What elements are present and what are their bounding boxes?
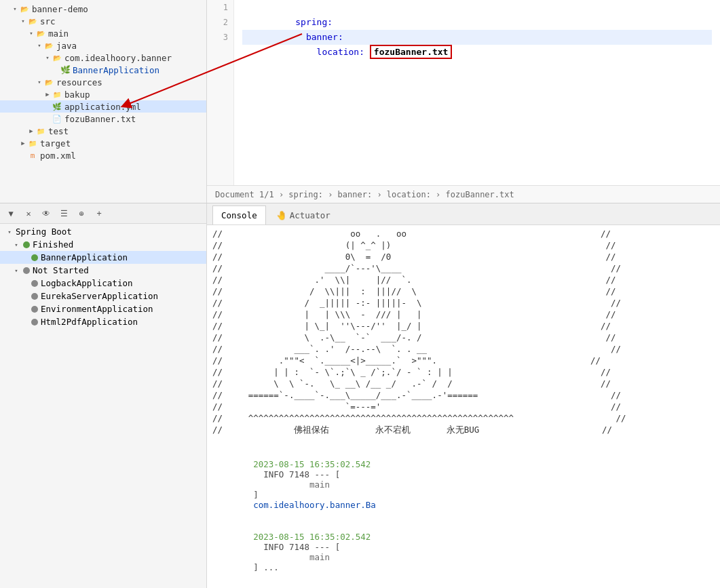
tree-item-banner-demo[interactable]: ▾ 📂 banner-demo bbox=[0, 3, 206, 15]
log-thread: main bbox=[253, 479, 330, 490]
run-item-label: Spring Boot bbox=[16, 227, 72, 237]
toolbar-btn-close[interactable]: ✕ bbox=[22, 207, 35, 220]
tree-item-java[interactable]: ▾ 📂 java bbox=[0, 39, 206, 52]
run-item-finished-group[interactable]: ▾ Finished bbox=[0, 238, 206, 251]
toolbar-btn-collapse[interactable]: ▼ bbox=[4, 207, 18, 220]
console-line: // 佛祖保佑 永不宕机 永无BUG // bbox=[207, 424, 720, 437]
console-line: // / \\||| : |||// \ // bbox=[207, 286, 720, 297]
tree-item-target[interactable]: ▶ 📁 target bbox=[0, 137, 206, 149]
tab-console[interactable]: Console bbox=[212, 205, 266, 224]
tree-item-bakup[interactable]: ▶ 📁 bakup bbox=[0, 88, 206, 100]
chevron-icon: ▶ bbox=[19, 139, 27, 147]
chevron-icon bbox=[19, 151, 27, 159]
tab-console-label: Console bbox=[221, 210, 257, 220]
run-item-not-started-group[interactable]: ▾ Not Started bbox=[0, 264, 206, 277]
run-item-banner-application[interactable]: BannerApplication bbox=[0, 251, 206, 264]
tree-label: pom.xml bbox=[40, 151, 76, 161]
folder-icon: 📂 bbox=[52, 52, 62, 63]
code-line-1: spring: bbox=[242, 0, 712, 15]
log-class: com.idealhoory.banner.Ba bbox=[253, 500, 376, 510]
code-area[interactable]: spring: banner: location: fozuBanner.txt bbox=[234, 0, 720, 185]
tree-item-fozu-banner-txt[interactable]: 📄 fozuBanner.txt bbox=[0, 113, 206, 125]
console-output[interactable]: // oo . oo // // (| ^_^ |) // // 0\ bbox=[207, 225, 720, 588]
log-level: INFO 7148 --- [ bbox=[253, 469, 340, 479]
folder-icon: 📂 bbox=[43, 40, 54, 51]
breadcrumb-text: Document 1/1 › spring: › banner: › locat… bbox=[215, 190, 514, 199]
status-dot-gray bbox=[31, 306, 38, 313]
tree-item-test[interactable]: ▶ 📁 test bbox=[0, 125, 206, 137]
tab-actuator[interactable]: 🤚 Actuator bbox=[267, 205, 339, 224]
status-dot-gray bbox=[31, 280, 38, 287]
run-item-environment[interactable]: EnvironmentApplication bbox=[0, 302, 206, 315]
folder-icon: 📂 bbox=[27, 16, 38, 26]
tree-label: java bbox=[56, 41, 77, 51]
tree-item-com-package[interactable]: ▾ 📂 com.idealhoory.banner bbox=[0, 52, 206, 64]
tree-label: BannerApplication bbox=[73, 65, 159, 75]
run-panel: ▼ ✕ 👁 ☰ ⊕ + ▾ Spring Boot ▾ Finished bbox=[0, 203, 207, 588]
run-item-label: BannerApplication bbox=[41, 252, 128, 262]
xml-icon: m bbox=[27, 150, 38, 161]
run-tree: ▾ Spring Boot ▾ Finished BannerApplicati… bbox=[0, 224, 206, 588]
chevron-icon: ▶ bbox=[27, 127, 35, 135]
chevron-icon: ▶ bbox=[43, 90, 52, 98]
toolbar-btn-view[interactable]: 👁 bbox=[39, 207, 53, 220]
console-line: // `=---=' // bbox=[207, 401, 720, 412]
java-icon: 🌿 bbox=[60, 64, 71, 75]
toolbar-btn-filter[interactable]: ☰ bbox=[57, 207, 71, 220]
editor-area: ▾ 📂 banner-demo ▾ 📂 src ▾ 📂 main ▾ 📂 jav… bbox=[0, 0, 720, 203]
console-line: // ___`. .' /--.--\ `. . __ // bbox=[207, 343, 720, 355]
toolbar-btn-add2[interactable]: + bbox=[92, 207, 106, 220]
status-dot-green bbox=[31, 254, 38, 261]
status-dot-green bbox=[23, 241, 30, 248]
console-line: // ."""< `._____<|>_____.` >""". // bbox=[207, 355, 720, 366]
run-item-eureka[interactable]: EurekaServerApplication bbox=[0, 290, 206, 302]
run-item-spring-boot[interactable]: ▾ Spring Boot bbox=[0, 225, 206, 238]
folder-icon: 📁 bbox=[35, 125, 46, 136]
folder-icon: 📂 bbox=[35, 28, 46, 39]
tree-label: src bbox=[40, 16, 56, 26]
breadcrumb-bar: Document 1/1 › spring: › banner: › locat… bbox=[207, 185, 720, 203]
console-line: // | \_| ''\---/'' |_/ | // bbox=[207, 320, 720, 332]
run-item-label: Not Started bbox=[33, 265, 89, 275]
tree-item-pom-xml[interactable]: m pom.xml bbox=[0, 149, 206, 161]
run-item-html2pdf[interactable]: Html2PdfApplication bbox=[0, 315, 206, 328]
status-dot-gray bbox=[31, 293, 38, 300]
console-line: // ^^^^^^^^^^^^^^^^^^^^^^^^^^^^^^^^^^^^^… bbox=[207, 412, 720, 424]
run-item-logback[interactable]: LogbackApplication bbox=[0, 277, 206, 290]
console-line-log1: 2023-08-15 16:35:02.542 INFO 7148 --- [ … bbox=[207, 448, 720, 521]
tree-item-resources[interactable]: ▾ 📂 resources bbox=[0, 76, 206, 88]
tree-item-src[interactable]: ▾ 📂 src bbox=[0, 15, 206, 27]
tree-label: banner-demo bbox=[32, 4, 88, 14]
chevron-icon: ▾ bbox=[5, 228, 14, 236]
chevron-icon bbox=[43, 115, 52, 123]
status-dot-gray bbox=[31, 319, 38, 326]
console-area: Console 🤚 Actuator // oo . oo // // (| ^… bbox=[207, 203, 720, 588]
yaml-key-banner: banner: bbox=[295, 32, 343, 42]
tree-item-banner-application[interactable]: 🌿 BannerApplication bbox=[0, 64, 206, 76]
actuator-icon: 🤚 bbox=[276, 210, 287, 220]
run-item-label: Finished bbox=[33, 239, 73, 250]
chevron-icon: ▾ bbox=[27, 29, 35, 37]
chevron-icon: ▾ bbox=[35, 41, 43, 50]
folder-icon: 📂 bbox=[43, 77, 54, 87]
tree-item-main[interactable]: ▾ 📂 main bbox=[0, 27, 206, 39]
run-panel-toolbar: ▼ ✕ 👁 ☰ ⊕ + bbox=[0, 203, 206, 224]
console-line: // ======`-.____`-.___\_____/___.-`____.… bbox=[207, 389, 720, 401]
console-line: // / _||||| -:- |||||- \ // bbox=[207, 297, 720, 309]
console-line: // | | \\\ - /// | | // bbox=[207, 309, 720, 320]
console-line: // \ \ `-. \_ __\ /__ _/ .-` / / // bbox=[207, 378, 720, 389]
tab-actuator-label: Actuator bbox=[290, 210, 330, 220]
chevron-icon bbox=[20, 318, 29, 326]
toolbar-btn-add1[interactable]: ⊕ bbox=[75, 207, 88, 220]
console-tabs: Console 🤚 Actuator bbox=[207, 203, 720, 225]
editor-pane: 1 2 3 spring: banner: location: fozuBann… bbox=[207, 0, 720, 203]
file-tree: ▾ 📂 banner-demo ▾ 📂 src ▾ 📂 main ▾ 📂 jav… bbox=[0, 0, 207, 203]
console-line: // 0\ = /0 // bbox=[207, 251, 720, 262]
bottom-panel: ▼ ✕ 👁 ☰ ⊕ + ▾ Spring Boot ▾ Finished bbox=[0, 203, 720, 588]
tree-item-application-yml[interactable]: 🌿 application.yml bbox=[0, 100, 206, 113]
status-dot-gray bbox=[23, 267, 30, 274]
console-line bbox=[207, 437, 720, 448]
run-item-label: Html2PdfApplication bbox=[41, 317, 138, 327]
log-timestamp: 2023-08-15 16:35:02.542 bbox=[253, 459, 371, 469]
chevron-icon: ▾ bbox=[12, 241, 20, 249]
